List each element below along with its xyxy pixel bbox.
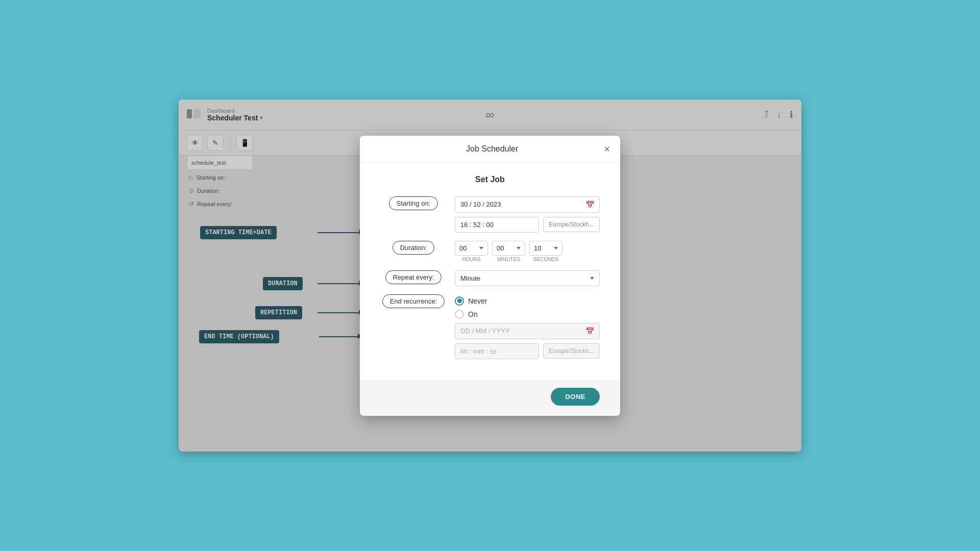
modal-close-button[interactable]: × <box>604 144 610 154</box>
starting-on-inputs: 30 / 10 / 2023 📅 16 : 52 : 00 Europe/Sto… <box>455 196 600 233</box>
hours-select-wrap: 00 HOURS <box>455 241 488 262</box>
modal-footer: DONE <box>360 380 620 416</box>
radio-never-circle[interactable] <box>455 296 464 306</box>
radio-group: Never On <box>455 294 600 319</box>
modal-body: Set Job Starting on: 30 / 10 / 2023 📅 16… <box>360 163 620 380</box>
starting-on-label: Starting on: <box>389 196 438 210</box>
duration-dropdowns: 00 HOURS 00 MINUTES <box>455 241 600 262</box>
starting-time-row: 16 : 52 : 00 Europe/Stockh... <box>455 217 600 233</box>
hours-unit: HOURS <box>462 257 480 262</box>
done-button[interactable]: DONE <box>551 388 600 406</box>
repeat-every-row: Repeat every: Minute <box>380 270 600 286</box>
end-date-input[interactable]: DD / MM / YYYY 📅 <box>455 323 600 339</box>
modal-overlay: Job Scheduler × Set Job Starting on: 30 … <box>179 99 801 452</box>
end-recurrence-inputs: Never On DD / MM / YYYY 📅 h <box>455 294 600 359</box>
minutes-chevron <box>517 247 521 249</box>
end-recurrence-row: End recurrence: Never On <box>380 294 600 359</box>
end-calendar-icon: 📅 <box>585 327 594 335</box>
starting-timezone[interactable]: Europe/Stockh... <box>543 217 600 232</box>
end-timezone[interactable]: Europe/Stockh... <box>543 343 600 359</box>
seconds-chevron <box>554 247 558 249</box>
hours-chevron <box>479 247 483 249</box>
calendar-icon: 📅 <box>585 201 594 209</box>
hours-select[interactable]: 00 <box>455 241 488 256</box>
end-recurrence-label: End recurrence: <box>382 294 445 308</box>
radio-never[interactable]: Never <box>455 296 600 306</box>
minutes-unit: MINUTES <box>497 257 520 262</box>
modal-header: Job Scheduler × <box>360 136 620 163</box>
job-scheduler-modal: Job Scheduler × Set Job Starting on: 30 … <box>360 136 620 416</box>
modal-title: Job Scheduler <box>380 144 604 154</box>
seconds-unit: SECONDS <box>533 257 558 262</box>
duration-inputs: 00 HOURS 00 MINUTES <box>455 241 600 262</box>
seconds-select[interactable]: 10 <box>529 241 562 256</box>
modal-section-title: Set Job <box>380 175 600 184</box>
duration-row: Duration: 00 HOURS <box>380 241 600 262</box>
duration-label-container: Duration: <box>380 241 447 255</box>
repeat-every-label: Repeat every: <box>385 270 442 284</box>
radio-on[interactable]: On <box>455 310 600 319</box>
repeat-chevron <box>590 277 594 280</box>
starting-time-input[interactable]: 16 : 52 : 00 <box>455 217 539 233</box>
end-time-input[interactable]: hh : mm : ss <box>455 343 539 359</box>
repeat-every-label-container: Repeat every: <box>380 270 447 284</box>
repeat-select[interactable]: Minute <box>455 270 600 286</box>
duration-label: Duration: <box>393 241 435 255</box>
minutes-select[interactable]: 00 <box>492 241 525 256</box>
app-window: Dashboard Scheduler Test ▾ ∞ ⤴ ↓ ℹ 👁 ✎ 📱 <box>179 99 801 452</box>
end-recurrence-label-container: End recurrence: <box>380 294 447 308</box>
minutes-select-wrap: 00 MINUTES <box>492 241 525 262</box>
end-time-row: hh : mm : ss Europe/Stockh... <box>455 343 600 359</box>
radio-on-circle[interactable] <box>455 310 464 319</box>
starting-on-label-container: Starting on: <box>380 196 447 210</box>
starting-date-input[interactable]: 30 / 10 / 2023 📅 <box>455 196 600 213</box>
repeat-every-inputs: Minute <box>455 270 600 286</box>
seconds-select-wrap: 10 SECONDS <box>529 241 562 262</box>
starting-on-row: Starting on: 30 / 10 / 2023 📅 16 : 52 : … <box>380 196 600 233</box>
